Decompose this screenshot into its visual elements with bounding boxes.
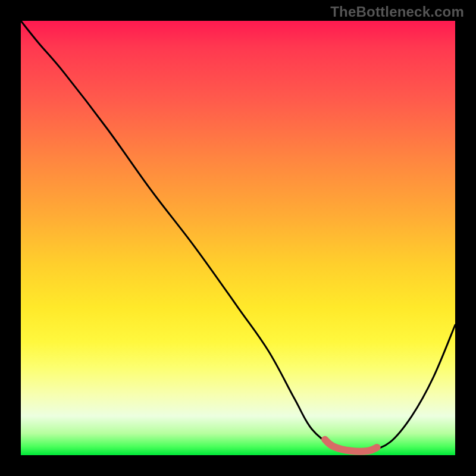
plot-area (21, 21, 455, 455)
watermark-text: TheBottleneck.com (330, 4, 464, 20)
curve-layer (21, 21, 455, 455)
optimal-zone-highlight (325, 440, 377, 452)
bottleneck-curve (21, 21, 455, 452)
chart-frame: TheBottleneck.com (0, 0, 476, 476)
